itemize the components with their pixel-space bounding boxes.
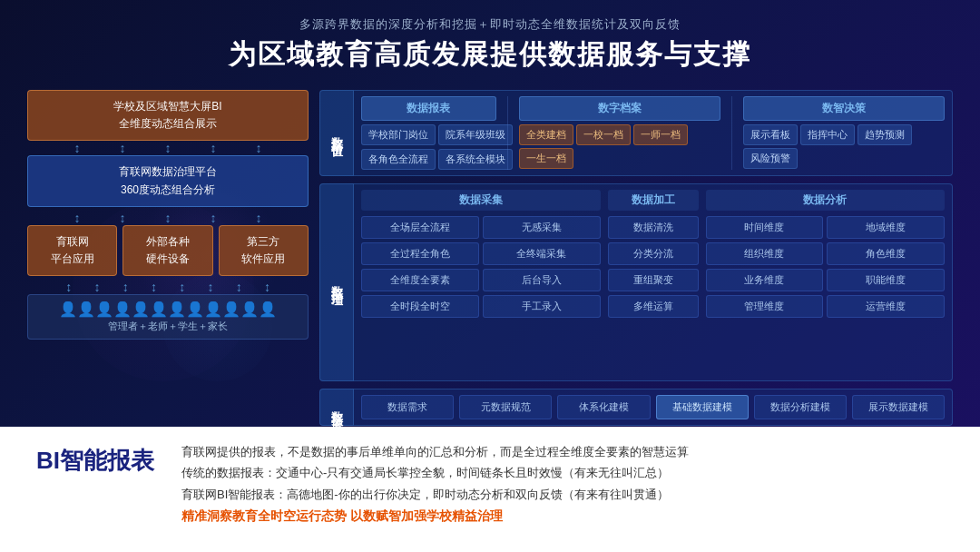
main-content: 学校及区域智慧大屏BI 全维度动态组合展示 ↕ ↕ ↕ ↕ ↕ 育联网数据治理平… (27, 90, 953, 426)
arch-box-3-2: 外部各种 硬件设备 (122, 225, 212, 276)
data-system-content: 数据需求 元数据规范 体系化建模 基础数据建模 数据分析建模 展示数据建模 (354, 389, 953, 426)
arrow-icon-13: ↕ (122, 281, 129, 293)
ana-item-8: 运营维度 (827, 295, 945, 318)
proc-item-3: 重组聚变 (608, 269, 699, 291)
sys-item-1: 数据需求 (361, 395, 454, 419)
smart-decision-label: 数智决策 (743, 96, 945, 121)
arrow-icon-8: ↕ (165, 212, 172, 224)
arrow-icon-16: ↕ (207, 281, 213, 293)
ana-item-3: 组织维度 (706, 242, 824, 265)
ana-item-7: 管理维度 (706, 295, 824, 318)
people-icons: 👤👤👤👤👤👤👤👤👤👤👤👤 (34, 301, 302, 318)
arch-box-3-3: 第三方 软件应用 (219, 225, 309, 276)
proc-item-1: 数据清洗 (608, 216, 699, 239)
desc-line-2: 传统的数据报表：交通中心-只有交通局长掌控全貌，时间链条长且时效慢（有来无往叫汇… (181, 462, 944, 483)
proc-item-4: 多维运算 (608, 295, 699, 318)
sd-item-4: 风险预警 (743, 148, 798, 169)
arrow-icon-15: ↕ (179, 281, 185, 293)
col-item-8: 手工录入 (483, 295, 601, 318)
people-row: 👤👤👤👤👤👤👤👤👤👤👤👤 管理者＋老师＋学生＋家长 (27, 294, 309, 340)
data-system-row: 数据体系 数据需求 元数据规范 体系化建模 基础数据建模 数据分析建模 展示数据… (319, 389, 953, 426)
col-item-7: 全时段全时空 (361, 295, 479, 318)
header-title: 为区域教育高质发展提供数据服务与支撑 (27, 36, 953, 74)
sys-items: 数据需求 元数据规范 体系化建模 基础数据建模 数据分析建模 展示数据建模 (361, 395, 945, 419)
arrow-icon-5: ↕ (256, 142, 262, 154)
report-item-4: 各系统全模块 (438, 149, 513, 170)
desc-line-1: 育联网提供的报表，不是数据的事后单维单向的汇总和分析，而是全过程全维度全要素的智… (181, 441, 944, 462)
processing-items: 数据清洗 分类分流 重组聚变 多维运算 (608, 216, 699, 318)
sys-item-2: 元数据规范 (459, 395, 552, 419)
bi-highlight: 精准洞察教育全时空运行态势 以数赋智加强学校精益治理 (181, 505, 944, 527)
arrow-icon-1: ↕ (74, 142, 81, 154)
arrow-icon-11: ↕ (65, 281, 72, 293)
col-item-1: 全场层全流程 (361, 216, 479, 239)
collection-items: 全场层全流程 无感采集 全过程全角色 全终端采集 全维度全要素 后台导入 (361, 216, 601, 318)
arrow-icon-10: ↕ (256, 212, 262, 224)
data-system-label: 数据体系 (319, 389, 354, 426)
left-diagram: 学校及区域智慧大屏BI 全维度动态组合展示 ↕ ↕ ↕ ↕ ↕ 育联网数据治理平… (27, 90, 309, 426)
da-item-4: 一生一档 (519, 148, 573, 169)
data-governance-content: 数据采集 全场层全流程 无感采集 全过程全角色 全终端采集 (354, 183, 953, 381)
ana-item-1: 时间维度 (706, 216, 824, 239)
col-item-2: 无感采集 (483, 216, 601, 239)
ana-item-6: 职能维度 (827, 269, 945, 291)
bottom-section: BI智能报表 育联网提供的报表，不是数据的事后单维单向的汇总和分析，而是全过程全… (0, 427, 980, 552)
bi-title: BI智能报表 (36, 445, 154, 477)
top-section: 多源跨界数据的深度分析和挖掘＋即时动态全维数据统计及双向反馈 为区域教育高质发展… (0, 0, 980, 427)
arch-box-3-1: 育联网 平台应用 (27, 225, 117, 276)
sd-item-2: 指挥中心 (800, 124, 855, 145)
data-value-content: 数据报表 学校部门岗位 院系年级班级 各角色全流程 各系统全模块 (354, 90, 953, 176)
proc-item-2: 分类分流 (608, 242, 699, 265)
bi-description: 育联网提供的报表，不是数据的事后单维单向的汇总和分析，而是全过程全维度全要素的智… (181, 441, 944, 527)
gov-grid: 数据采集 全场层全流程 无感采集 全过程全角色 全终端采集 (361, 190, 945, 318)
da-item-2: 一校一档 (576, 124, 631, 145)
da-item-3: 一师一档 (633, 124, 688, 145)
col-item-6: 后台导入 (483, 269, 601, 291)
analysis-items: 时间维度 地域维度 组织维度 角色维度 业务维度 职能维度 (706, 216, 946, 318)
sys-item-5: 数据分析建模 (754, 395, 847, 419)
da-item-1: 全类建档 (519, 124, 573, 145)
data-value-row: 数据价值 数据报表 学校部门岗位 院系年级班级 各角色全流程 (319, 90, 953, 176)
arrow-icon-3: ↕ (165, 142, 172, 154)
sys-item-6: 展示数据建模 (852, 395, 945, 419)
collection-section: 数据采集 全场层全流程 无感采集 全过程全角色 全终端采集 (361, 190, 601, 318)
ana-item-5: 业务维度 (706, 269, 824, 291)
digital-archive-label: 数字档案 (519, 96, 720, 121)
col-item-3: 全过程全角色 (361, 242, 479, 265)
ana-item-2: 地域维度 (827, 216, 945, 239)
report-item-3: 各角色全流程 (361, 149, 436, 170)
data-value-label: 数据价值 (319, 90, 354, 176)
arch-box-1: 学校及区域智慧大屏BI 全维度动态组合展示 (27, 90, 309, 141)
report-item-1: 学校部门岗位 (361, 124, 436, 145)
arrow-icon-17: ↕ (236, 281, 242, 293)
arrow-icon-14: ↕ (151, 281, 157, 293)
people-label: 管理者＋老师＋学生＋家长 (34, 320, 302, 333)
arrow-icon-9: ↕ (211, 212, 217, 224)
arrow-icon-6: ↕ (74, 212, 81, 224)
processing-title: 数据加工 (608, 190, 699, 211)
arrow-icon-18: ↕ (264, 281, 270, 293)
sd-item-3: 趋势预测 (858, 124, 912, 145)
sys-item-3: 体系化建模 (557, 395, 650, 419)
arch-row-3: 育联网 平台应用 外部各种 硬件设备 第三方 软件应用 (27, 225, 309, 276)
arrow-icon-4: ↕ (211, 142, 217, 154)
data-governance-row: 数据治理 数据采集 全场层全流程 无感采集 (319, 183, 953, 381)
arrow-icon-12: ↕ (93, 281, 100, 293)
ana-item-4: 角色维度 (827, 242, 945, 265)
analysis-title: 数据分析 (706, 190, 946, 211)
col-item-5: 全维度全要素 (361, 269, 479, 291)
arrow-icon-2: ↕ (120, 142, 126, 154)
collection-title: 数据采集 (361, 190, 601, 211)
arch-box-2: 育联网数据治理平台 360度动态组合分析 (27, 155, 309, 206)
data-report-label: 数据报表 (361, 96, 496, 121)
desc-line-3: 育联网BI智能报表：高德地图-你的出行你决定，即时动态分析和双向反馈（有来有往叫… (181, 484, 944, 505)
data-governance-label: 数据治理 (319, 183, 354, 381)
processing-section: 数据加工 数据清洗 分类分流 重组聚变 多维运算 (608, 190, 699, 318)
arrow-icon-7: ↕ (120, 212, 126, 224)
header-subtitle: 多源跨界数据的深度分析和挖掘＋即时动态全维数据统计及双向反馈 (27, 16, 953, 33)
sd-item-1: 展示看板 (743, 124, 798, 145)
report-item-2: 院系年级班级 (438, 124, 513, 145)
col-item-4: 全终端采集 (483, 242, 601, 265)
sys-item-4: 基础数据建模 (656, 395, 749, 419)
analysis-section: 数据分析 时间维度 地域维度 组织维度 角色维度 (706, 190, 946, 318)
